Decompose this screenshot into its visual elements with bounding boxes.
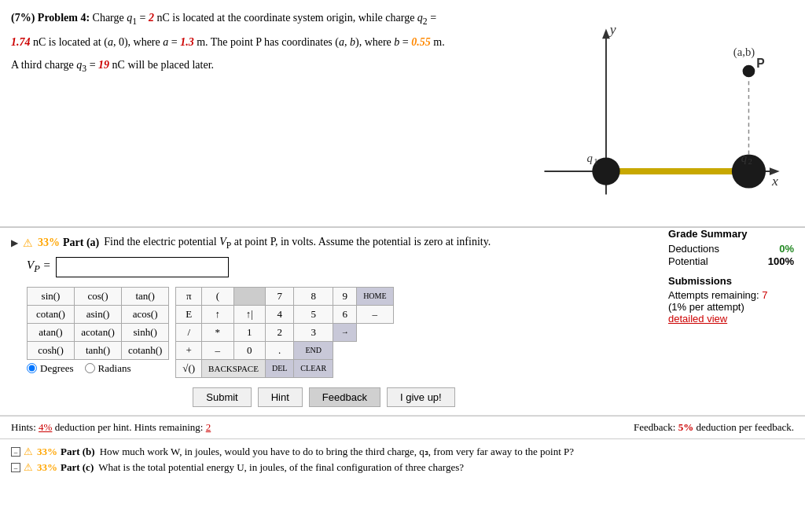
- attempts-val: 7: [762, 289, 767, 301]
- problem-desc1: Charge q1 =: [93, 12, 149, 24]
- lparen-btn[interactable]: (: [202, 287, 233, 305]
- problem-desc3a: A third charge q3 =: [11, 59, 98, 71]
- sin-btn[interactable]: sin(): [28, 287, 75, 305]
- acotan-btn[interactable]: acotan(): [75, 323, 122, 341]
- svg-text:q: q: [741, 152, 747, 164]
- part-c-expand[interactable]: –: [11, 463, 20, 472]
- vp-label: VP =: [27, 259, 51, 275]
- hint-deduction[interactable]: 4%: [39, 421, 52, 433]
- other-parts: – ⚠ 33% Part (b) How much work W, in jou…: [0, 439, 805, 483]
- giveup-btn[interactable]: I give up!: [387, 387, 455, 407]
- potential-row: Potential 100%: [668, 255, 794, 267]
- div-btn[interactable]: /: [176, 323, 202, 341]
- hint-btn[interactable]: Hint: [258, 387, 303, 407]
- part-c-question: What is the total potential energy U, in…: [98, 461, 464, 474]
- submissions-title: Submissions: [668, 275, 794, 287]
- svg-text:x: x: [771, 173, 778, 189]
- part-b-row: – ⚠ 33% Part (b) How much work W, in jou…: [11, 446, 794, 458]
- num3-btn[interactable]: 3: [294, 323, 333, 341]
- cotanh-btn[interactable]: cotanh(): [122, 341, 169, 359]
- sinh-btn[interactable]: sinh(): [122, 323, 169, 341]
- potential-label: Potential: [668, 255, 708, 267]
- del-btn[interactable]: DEL: [265, 359, 293, 377]
- num4-btn[interactable]: 4: [265, 305, 293, 323]
- home-btn[interactable]: HOME: [357, 287, 393, 305]
- upshift-btn[interactable]: ↑|: [233, 305, 265, 323]
- problem-weight: (7%): [11, 12, 35, 24]
- deductions-val: 0%: [779, 243, 794, 255]
- problem-desc1b: nC is located at the coordinate system o…: [154, 12, 436, 24]
- cotan-btn[interactable]: cotan(): [28, 305, 75, 323]
- svg-text:1: 1: [594, 156, 597, 166]
- cosh-btn[interactable]: cosh(): [28, 341, 75, 359]
- feedback-deduction: 5%: [678, 421, 694, 433]
- dash-btn[interactable]: –: [357, 305, 393, 323]
- part-b-question: How much work W, in joules, would you ha…: [100, 446, 574, 458]
- tan-btn[interactable]: tan(): [122, 287, 169, 305]
- num9-btn[interactable]: 9: [333, 287, 357, 305]
- svg-text:q: q: [586, 152, 592, 164]
- degrees-option[interactable]: Degrees: [27, 362, 74, 375]
- part-c-label: Part (c): [61, 461, 94, 474]
- grade-summary: Grade Summary Deductions 0% Potential 10…: [668, 228, 794, 325]
- submissions-section: Submissions Attempts remaining: 7 (1% pe…: [668, 275, 794, 325]
- problem-desc3b: nC will be placed later.: [112, 59, 214, 71]
- plus-btn[interactable]: +: [176, 341, 202, 359]
- degrees-radio[interactable]: [27, 363, 37, 373]
- expand-icon[interactable]: ▶: [11, 237, 18, 249]
- atan-btn[interactable]: atan(): [28, 323, 75, 341]
- pi-btn[interactable]: π: [176, 287, 202, 305]
- problem-label: Problem 4:: [38, 12, 93, 24]
- tanh-btn[interactable]: tanh(): [75, 341, 122, 359]
- part-b-expand[interactable]: –: [11, 447, 20, 457]
- feedback-text: Feedback: 5% deduction per feedback.: [634, 421, 794, 434]
- diagram-area: y x q 1 q 2 P (a,b): [495, 9, 794, 218]
- problem-desc2c: m.: [433, 36, 444, 48]
- diagram-svg: y x q 1 q 2 P (a,b): [495, 9, 794, 214]
- submit-btn[interactable]: Submit: [193, 387, 251, 407]
- a-val: 1.3: [180, 36, 194, 48]
- part-c-row: – ⚠ 33% Part (c) What is the total poten…: [11, 461, 794, 474]
- acos-btn[interactable]: acos(): [122, 305, 169, 323]
- feedback-desc: deduction per feedback.: [696, 421, 794, 433]
- svg-marker-1: [602, 29, 610, 39]
- part-b-label: Part (b): [61, 446, 95, 458]
- answer-input[interactable]: [56, 257, 229, 277]
- radians-option[interactable]: Radians: [85, 362, 131, 375]
- hints-desc: deduction per hint. Hints remaining:: [55, 421, 204, 433]
- end-btn[interactable]: END: [294, 341, 333, 359]
- angle-unit-row: Degrees Radians: [27, 362, 169, 375]
- exp-btn[interactable]: E: [176, 305, 202, 323]
- part-a-percent: 33%: [38, 237, 60, 249]
- svg-rect-6: [606, 168, 749, 174]
- q1-val: 2: [149, 12, 154, 24]
- part-b-percent: 33%: [37, 446, 57, 458]
- uparrow-btn[interactable]: ↑: [202, 305, 233, 323]
- warning-icon-c: ⚠: [24, 461, 33, 474]
- minus-btn[interactable]: –: [202, 341, 233, 359]
- cos-btn[interactable]: cos(): [75, 287, 122, 305]
- num6-btn[interactable]: 6: [333, 305, 357, 323]
- svg-text:y: y: [608, 21, 616, 37]
- num0-btn[interactable]: 0: [233, 341, 265, 359]
- num1-btn[interactable]: 1: [233, 323, 265, 341]
- hints-remaining-val[interactable]: 2: [206, 421, 211, 433]
- detailed-view-link[interactable]: detailed view: [668, 313, 727, 325]
- radians-radio[interactable]: [85, 363, 95, 373]
- dot-btn[interactable]: .: [265, 341, 293, 359]
- feedback-label: Feedback:: [634, 421, 675, 433]
- num7-btn[interactable]: 7: [265, 287, 293, 305]
- num2-btn[interactable]: 2: [265, 323, 293, 341]
- feedback-btn[interactable]: Feedback: [309, 387, 380, 407]
- num5-btn[interactable]: 5: [294, 305, 333, 323]
- rparen-btn[interactable]: [233, 287, 265, 305]
- asin-btn[interactable]: asin(): [75, 305, 122, 323]
- backspace-btn[interactable]: BACKSPACE: [202, 359, 266, 377]
- sqrt-btn[interactable]: √(): [176, 359, 202, 377]
- clear-btn[interactable]: CLEAR: [294, 359, 333, 377]
- num8-btn[interactable]: 8: [294, 287, 333, 305]
- mul-btn[interactable]: *: [202, 323, 233, 341]
- q2-val: 1.74: [11, 36, 31, 48]
- warning-icon-b: ⚠: [24, 446, 33, 458]
- right-btn[interactable]: →: [333, 323, 357, 341]
